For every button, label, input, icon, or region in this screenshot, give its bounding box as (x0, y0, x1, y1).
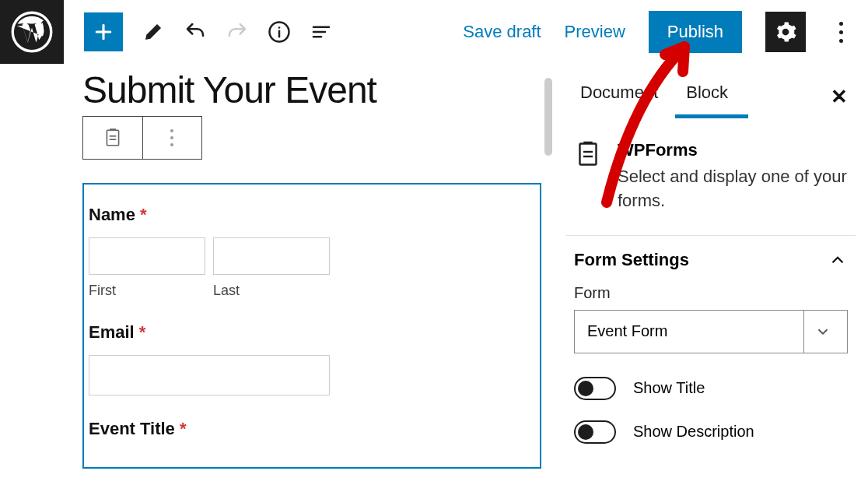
first-name-sublabel: First (89, 283, 205, 299)
editor-area: Submit Your Event Name * First Last E (82, 69, 541, 469)
svg-point-3 (278, 26, 281, 29)
wordpress-logo[interactable] (0, 0, 64, 64)
block-description: Select and display one of your forms. (618, 165, 848, 213)
pencil-icon (142, 20, 165, 44)
tab-document[interactable]: Document (566, 75, 672, 118)
svg-rect-7 (107, 130, 118, 146)
tab-active-indicator (675, 114, 748, 118)
email-label: Email * (89, 322, 535, 343)
sidebar: Document Block ✕ WPForms Select and disp… (566, 75, 856, 464)
chevron-up-icon (828, 250, 848, 270)
add-block-button[interactable] (84, 12, 123, 51)
outline-button[interactable] (310, 20, 333, 44)
sidebar-tabs: Document Block ✕ (566, 75, 856, 118)
block-toolbar (82, 116, 202, 160)
form-select-label: Form (574, 284, 848, 302)
wpforms-icon (574, 140, 602, 168)
form-select-value: Event Form (587, 322, 667, 340)
last-name-input[interactable] (213, 237, 330, 275)
outline-icon (310, 20, 333, 44)
form-settings-heading: Form Settings (574, 250, 689, 270)
form-preview-block[interactable]: Name * First Last Email * Event Title * (82, 183, 541, 469)
settings-button[interactable] (765, 12, 806, 52)
right-actions: Save draft Preview Publish (463, 11, 868, 53)
last-name-sublabel: Last (213, 283, 330, 299)
show-description-toggle[interactable]: Show Description (574, 420, 848, 444)
scrollbar-thumb[interactable] (544, 78, 552, 156)
more-options-button[interactable] (829, 12, 852, 52)
show-title-label: Show Title (633, 379, 705, 397)
show-description-label: Show Description (633, 423, 754, 441)
svg-rect-10 (580, 144, 597, 165)
info-button[interactable] (268, 20, 291, 44)
block-more-button[interactable] (143, 117, 202, 159)
preview-button[interactable]: Preview (565, 22, 625, 42)
form-icon (103, 128, 123, 148)
publish-button[interactable]: Publish (649, 11, 742, 53)
event-title-label: Event Title * (89, 419, 535, 439)
gear-icon (774, 20, 797, 44)
vertical-dots-icon (170, 129, 173, 146)
left-tools (64, 12, 333, 51)
block-type-button[interactable] (83, 117, 143, 159)
email-field: Email * (89, 322, 535, 395)
form-settings-toggle[interactable]: Form Settings (566, 236, 856, 284)
save-draft-button[interactable]: Save draft (463, 22, 541, 42)
redo-button[interactable] (226, 20, 249, 44)
form-settings-body: Form Event Form Show Title Show Descript… (566, 284, 856, 444)
post-title[interactable]: Submit Your Event (82, 69, 541, 111)
undo-button[interactable] (184, 20, 207, 44)
name-label: Name * (89, 205, 535, 225)
event-title-field: Event Title * (89, 419, 535, 439)
first-name-input[interactable] (89, 237, 205, 275)
close-sidebar-button[interactable]: ✕ (831, 85, 856, 109)
block-info-panel: WPForms Select and display one of your f… (566, 118, 856, 236)
block-name: WPForms (618, 140, 848, 160)
tab-block[interactable]: Block (672, 75, 742, 118)
info-icon (268, 20, 291, 44)
name-field: Name * First Last (89, 205, 535, 299)
chevron-down-icon (814, 323, 831, 340)
email-input[interactable] (89, 355, 330, 395)
top-toolbar: Save draft Preview Publish (0, 0, 868, 64)
plus-icon (92, 20, 115, 44)
redo-icon (226, 20, 249, 44)
edit-mode-button[interactable] (142, 20, 165, 44)
undo-icon (184, 20, 207, 44)
wordpress-icon (11, 11, 53, 53)
show-title-toggle[interactable]: Show Title (574, 377, 848, 400)
form-select[interactable]: Event Form (574, 310, 848, 353)
